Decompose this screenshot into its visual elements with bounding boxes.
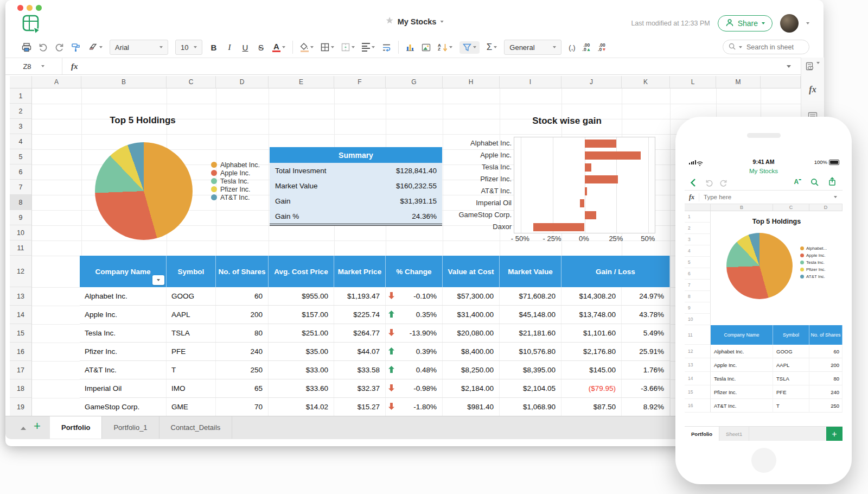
row-header-17[interactable]: 17 <box>10 361 32 379</box>
phone-row-header-11[interactable]: 11 <box>685 325 711 345</box>
column-header-F[interactable]: F <box>334 76 386 88</box>
row-header-15[interactable]: 15 <box>10 324 32 343</box>
phone-table-cell[interactable]: Apple Inc. <box>711 358 773 372</box>
table-cell[interactable]: 60 <box>216 287 269 305</box>
table-cell[interactable]: 24.97% <box>622 287 670 305</box>
phone-table-cell[interactable]: AT&T Inc. <box>711 399 773 413</box>
phone-column-header-B[interactable]: B <box>711 204 773 211</box>
italic-button[interactable]: I <box>225 43 234 52</box>
table-cell[interactable]: $1,101.60 <box>561 324 622 342</box>
sheet-search[interactable] <box>723 40 809 54</box>
add-sheet-button[interactable]: + <box>34 419 41 433</box>
table-cell[interactable]: GOOG <box>167 287 216 305</box>
table-cell[interactable]: $33.58 <box>334 361 386 379</box>
table-cell[interactable]: $32.37 <box>334 379 386 397</box>
phone-sheet-tab-sheet1[interactable]: Sheet1 <box>719 427 749 441</box>
avatar[interactable] <box>780 14 799 33</box>
phone-row-header-6[interactable]: 6 <box>685 268 711 280</box>
table-cell[interactable]: 1.76% <box>622 361 670 379</box>
table-cell[interactable]: $20,080.00 <box>443 324 500 342</box>
column-header-E[interactable]: E <box>269 76 334 88</box>
table-cell[interactable]: TSLA <box>167 324 216 342</box>
view-options-icon[interactable] <box>801 62 824 71</box>
row-header-3[interactable]: 3 <box>10 119 32 134</box>
table-cell[interactable]: 8.92% <box>622 398 670 416</box>
phone-table-cell[interactable]: Alphabet Inc. <box>711 345 773 358</box>
row-header-5[interactable]: 5 <box>10 149 32 164</box>
title-menu-chevron-icon[interactable] <box>440 21 443 23</box>
column-header-M[interactable]: M <box>716 76 761 88</box>
table-cell[interactable]: $2,176.80 <box>561 343 622 360</box>
borders-button[interactable] <box>321 43 334 52</box>
table-cell[interactable]: AT&T Inc. <box>80 361 167 379</box>
table-cell[interactable]: $10,576.80 <box>500 343 561 360</box>
row-header-8[interactable]: 8 <box>10 195 32 210</box>
phone-row-header-4[interactable]: 4 <box>685 245 711 257</box>
increase-decimal-button[interactable]: .00.0▲ <box>583 43 591 52</box>
table-cell[interactable]: GME <box>167 398 216 416</box>
row-header-13[interactable]: 13 <box>10 287 32 306</box>
phone-table-cell[interactable]: T <box>773 399 809 413</box>
functions-panel-icon[interactable]: fx <box>801 85 824 94</box>
table-cell[interactable]: 25.91% <box>622 343 670 360</box>
table-cell[interactable]: -0.10% <box>386 287 443 305</box>
sheet-tab-contact_details[interactable]: Contact_Details <box>159 416 233 439</box>
search-input[interactable] <box>745 43 804 52</box>
table-header-market-price[interactable]: Market Price <box>334 256 386 287</box>
home-button[interactable] <box>751 448 776 473</box>
table-header-no-of-shares[interactable]: No. of Shares <box>216 256 269 287</box>
table-header-gain-loss[interactable]: Gain / Loss <box>561 256 670 287</box>
account-chevron-icon[interactable] <box>806 22 809 24</box>
table-cell[interactable]: $8,400.00 <box>443 343 500 360</box>
phone-sheet-tab-portfolio[interactable]: Portfolio <box>685 427 719 441</box>
table-cell[interactable]: 240 <box>216 343 269 360</box>
undo-button[interactable] <box>39 43 48 52</box>
table-cell[interactable]: Imperial Oil <box>80 379 167 397</box>
table-cell[interactable]: $157.00 <box>269 306 334 324</box>
row-header-18[interactable]: 18 <box>10 379 32 398</box>
table-cell[interactable]: Pfizer Inc. <box>80 343 167 360</box>
table-cell[interactable]: 0.48% <box>386 361 443 379</box>
table-cell[interactable]: ($79.95) <box>561 379 622 397</box>
row-header-6[interactable]: 6 <box>10 164 32 180</box>
table-cell[interactable]: T <box>167 361 216 379</box>
table-cell[interactable]: $13,748.00 <box>561 306 622 324</box>
table-cell[interactable]: $8,250.00 <box>443 361 500 379</box>
table-cell[interactable]: 250 <box>216 361 269 379</box>
column-header-H[interactable]: H <box>443 76 500 88</box>
phone-row-header-3[interactable]: 3 <box>685 234 711 245</box>
phone-table-cell[interactable]: GOOG <box>773 345 809 358</box>
phone-formula-input[interactable] <box>699 193 834 201</box>
column-header-K[interactable]: K <box>622 76 670 88</box>
row-header-19[interactable]: 19 <box>10 398 32 416</box>
table-cell[interactable]: $981.40 <box>443 398 500 416</box>
wrap-text-button[interactable] <box>382 43 391 52</box>
name-box[interactable]: Z8 <box>5 58 62 74</box>
phone-table-cell[interactable]: 60 <box>809 345 843 358</box>
font-color-button[interactable]: A <box>272 43 285 52</box>
table-header-avg-cost-price[interactable]: Avg. Cost Price <box>269 256 334 287</box>
table-cell[interactable]: $264.77 <box>334 324 386 342</box>
phone-share-button[interactable] <box>828 177 836 188</box>
clear-format-button[interactable] <box>88 43 103 52</box>
phone-row-header-5[interactable]: 5 <box>685 257 711 268</box>
phone-pie-chart[interactable] <box>726 233 793 299</box>
row-header-12[interactable]: 12 <box>10 256 32 287</box>
table-cell[interactable]: Alphabet Inc. <box>80 287 167 305</box>
share-button[interactable]: Share <box>718 15 773 31</box>
row-header-16[interactable]: 16 <box>10 343 32 361</box>
phone-table-cell[interactable]: 240 <box>809 385 843 399</box>
table-cell[interactable]: Tesla Inc. <box>80 324 167 342</box>
phone-column-header-D[interactable]: D <box>809 204 843 211</box>
row-header-9[interactable]: 9 <box>10 210 32 225</box>
formula-expand-chevron-icon[interactable] <box>787 65 791 68</box>
table-cell[interactable]: $45,148.00 <box>500 306 561 324</box>
table-cell[interactable]: 0.39% <box>386 343 443 360</box>
table-cell[interactable]: AAPL <box>167 306 216 324</box>
table-cell[interactable]: $15.27 <box>334 398 386 416</box>
row-header-10[interactable]: 10 <box>10 225 32 240</box>
table-cell[interactable]: 70 <box>216 398 269 416</box>
column-filter-button[interactable] <box>152 275 164 285</box>
close-button[interactable] <box>17 5 23 11</box>
phone-row-header-2[interactable]: 2 <box>685 223 711 234</box>
